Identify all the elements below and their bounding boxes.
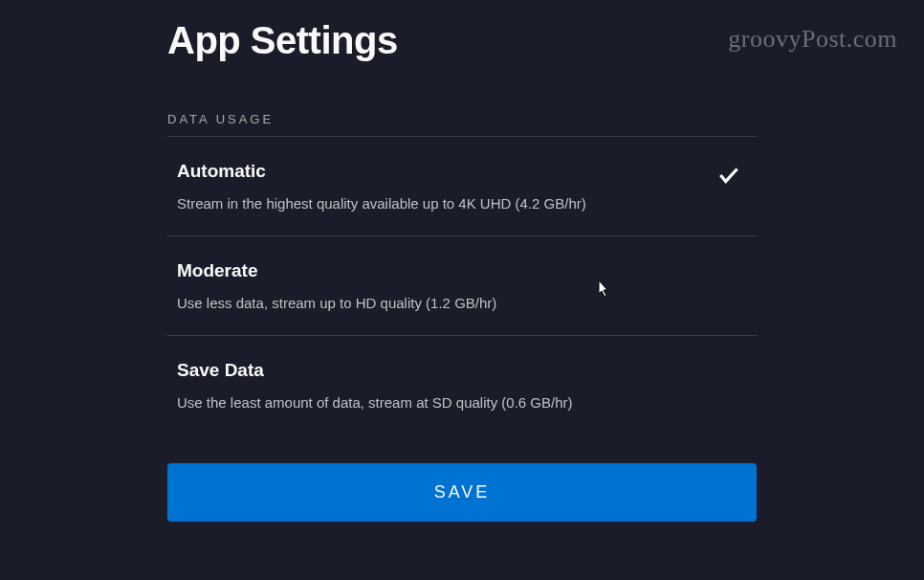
option-description: Use less data, stream up to HD quality (… xyxy=(177,295,747,311)
check-icon xyxy=(716,163,741,191)
option-automatic[interactable]: Automatic Stream in the highest quality … xyxy=(167,137,757,236)
option-content: Moderate Use less data, stream up to HD … xyxy=(177,260,747,311)
option-content: Automatic Stream in the highest quality … xyxy=(177,161,716,212)
option-content: Save Data Use the least amount of data, … xyxy=(177,360,747,411)
option-title: Moderate xyxy=(177,260,747,281)
option-description: Stream in the highest quality available … xyxy=(177,195,716,212)
settings-container: App Settings DATA USAGE Automatic Stream… xyxy=(0,0,924,550)
option-save-data[interactable]: Save Data Use the least amount of data, … xyxy=(167,336,757,435)
save-button[interactable]: SAVE xyxy=(167,463,757,522)
option-title: Automatic xyxy=(177,161,716,182)
option-title: Save Data xyxy=(177,360,747,381)
option-description: Use the least amount of data, stream at … xyxy=(177,394,747,411)
section-label-data-usage: DATA USAGE xyxy=(167,112,757,137)
watermark-text: groovyPost.com xyxy=(728,25,897,54)
page-title: App Settings xyxy=(167,19,757,62)
option-moderate[interactable]: Moderate Use less data, stream up to HD … xyxy=(167,236,757,336)
